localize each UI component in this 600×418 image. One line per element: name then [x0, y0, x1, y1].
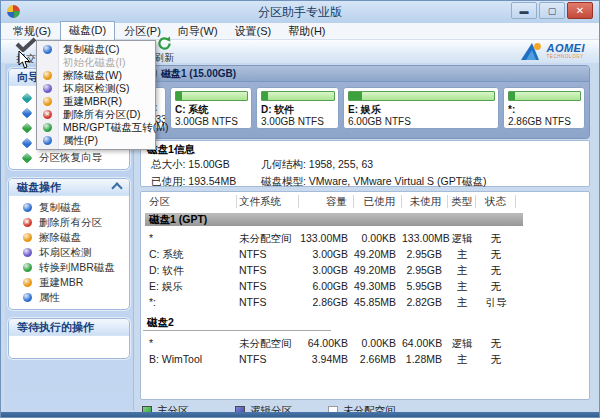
menu-item-rebuild-mbr[interactable]: 重建MBR(R) [37, 95, 155, 108]
usage-bar [508, 91, 581, 101]
properties-icon [19, 293, 35, 302]
table-row[interactable]: *: NTFS 2.86GB 45.85MB 2.82GB 主 引导 [141, 294, 589, 310]
window-bottom-edge [1, 412, 599, 417]
usage-bar [348, 91, 495, 101]
sidebar-item-wipe-disk[interactable]: 擦除磁盘 [9, 230, 129, 245]
bad-sector-check-icon [37, 84, 58, 93]
menu-disk[interactable]: 磁盘(D) [60, 21, 115, 41]
convert-to-mbr-icon [19, 263, 35, 272]
sidebar-item-copy-disk[interactable]: 复制磁盘 [9, 200, 129, 215]
wipe-disk-icon [37, 71, 58, 80]
disk-geometry: 几何结构: 1958, 255, 63 [261, 158, 589, 172]
partition-block-boot[interactable]: *: 2.86GB NTFS [503, 87, 585, 129]
menu-item-initialize-disk: 初始化磁盘(I) [37, 56, 155, 69]
sidebar-item-delete-all-partitions[interactable]: 删除所有分区 [9, 215, 129, 230]
menu-item-mbr-gpt-convert[interactable]: MBR/GPT磁盘互转(M) [37, 121, 155, 134]
sidebar-item-properties[interactable]: 属性 [9, 290, 129, 305]
table-row[interactable]: * 未分配空间 64.00KB 0.00KB 64.00KB 逻辑 无 [141, 335, 589, 351]
properties-icon [37, 136, 58, 145]
disk-menu-dropdown: 复制磁盘(C) 初始化磁盘(I) 擦除磁盘(W) 坏扇区检测(S) 重建MBR(… [36, 40, 156, 150]
disk1-panel: 磁盘1 (15.00GB) *: 133.00MB C: 系统 3.00GB N… [140, 65, 590, 139]
maximize-button[interactable]: ▢ [539, 2, 565, 19]
delete-all-partitions-icon [19, 218, 35, 227]
disk1-title: 磁盘1 (15.00GB) [161, 67, 236, 81]
collapse-icon[interactable] [111, 182, 122, 193]
sidebar-item-partition-recovery-wizard[interactable]: 分区恢复向导 [9, 150, 129, 165]
copy-disk-wizard-icon [19, 124, 35, 132]
menu-help[interactable]: 帮助(H) [280, 23, 333, 40]
table-row[interactable]: D: 软件 NTFS 3.00GB 49.20MB 2.95GB 主 无 [141, 262, 589, 278]
menubar: 常规(G) 磁盘(D) 分区(P) 向导(W) 设置(S) 帮助(H) [1, 23, 599, 40]
bad-sector-check-icon [19, 248, 35, 257]
disk1-info-title: 磁盘1信息 [141, 141, 589, 158]
divider [143, 330, 331, 331]
disk1-panel-header[interactable]: 磁盘1 (15.00GB) [141, 66, 589, 82]
mouse-cursor [18, 51, 31, 69]
copy-disk-icon [19, 203, 35, 212]
main-area: 磁盘1 (15.00GB) *: 133.00MB C: 系统 3.00GB N… [138, 63, 592, 412]
disk-used: 已使用: 193.54MB [151, 175, 261, 189]
aomei-logo: AOMEI TECHNOLOGY [519, 41, 585, 61]
menu-settings[interactable]: 设置(S) [227, 23, 280, 40]
pending-operations-header: 等待执行的操作 [9, 319, 129, 336]
minimize-button[interactable]: ▬ [511, 2, 537, 19]
close-button[interactable]: ✕ [567, 2, 593, 19]
table-row[interactable]: B: WimTool NTFS 3.94MB 2.66MB 1.28MB 主 无 [141, 351, 589, 367]
migrate-os-to-ssd-icon [19, 139, 35, 147]
pending-operations-title: 等待执行的操作 [17, 320, 94, 335]
disk-operations-title: 磁盘操作 [17, 180, 61, 195]
mbr-gpt-convert-icon [37, 123, 58, 132]
usage-bar [175, 91, 248, 101]
partition-block-d[interactable]: D: 软件 3.00GB NTFS [256, 87, 339, 129]
partition-block-c[interactable]: C: 系统 3.00GB NTFS [170, 87, 252, 129]
partition-table: 分区 文件系统 容量 已使用 未使用 类型 状态 磁盘1 (GPT) * 未分配… [140, 191, 590, 400]
app-window: 分区助手专业版 ▬ ▢ ✕ 常规(G) 磁盘(D) 分区(P) 向导(W) 设置… [0, 0, 600, 418]
table-row[interactable]: E: 娱乐 NTFS 6.00GB 49.30MB 5.95GB 主 无 [141, 278, 589, 294]
menu-item-properties[interactable]: 属性(P) [37, 134, 155, 147]
logo-title: AOMEI [546, 43, 585, 54]
table-row[interactable]: * 未分配空间 133.00MB 0.00KB 133.00MB 逻辑 无 [141, 230, 589, 246]
sidebar-item-rebuild-mbr[interactable]: 重建MBR [9, 275, 129, 290]
disk2-group-header[interactable]: 磁盘2 [145, 316, 589, 328]
disk-model: 磁盘模型: VMware, VMware Virtual S (GPT磁盘) [261, 175, 589, 189]
partition-blocks: *: 133.00MB C: 系统 3.00GB NTFS D: 软件 3.00… [141, 82, 589, 129]
menu-item-wipe-disk[interactable]: 擦除磁盘(W) [37, 69, 155, 82]
copy-partition-wizard-icon [19, 109, 35, 117]
rebuild-mbr-icon [19, 278, 35, 287]
sidebar-item-bad-sector-check[interactable]: 坏扇区检测 [9, 245, 129, 260]
menu-item-copy-disk[interactable]: 复制磁盘(C) [37, 43, 155, 56]
window-title: 分区助手专业版 [1, 4, 599, 21]
table-row[interactable]: C: 系统 NTFS 3.00GB 49.20MB 2.95GB 主 无 [141, 246, 589, 262]
menu-item-bad-sector-check[interactable]: 坏扇区检测(S) [37, 82, 155, 95]
wipe-disk-icon [19, 233, 35, 242]
delete-all-partitions-icon [37, 110, 58, 119]
extend-partition-wizard-icon [19, 94, 35, 102]
disk-total-size: 总大小: 15.00GB [151, 158, 261, 172]
logo-subtitle: TECHNOLOGY [546, 55, 585, 60]
aomei-logo-icon [519, 41, 543, 61]
usage-bar [261, 91, 335, 101]
disk-operations-panel: 磁盘操作 复制磁盘 删除所有分区 擦除磁盘 [8, 178, 130, 310]
menu-item-delete-all-partitions[interactable]: 删除所有分区(D) [37, 108, 155, 121]
refresh-icon [157, 36, 172, 51]
sidebar-item-convert-to-mbr[interactable]: 转换到MBR磁盘 [9, 260, 129, 275]
disk1-group-header[interactable]: 磁盘1 (GPT) [145, 213, 523, 226]
pending-operations-list [9, 336, 129, 358]
rebuild-mbr-icon [37, 97, 58, 106]
partition-recovery-wizard-icon [19, 154, 35, 162]
table-header: 分区 文件系统 容量 已使用 未使用 类型 状态 [141, 194, 589, 209]
copy-disk-icon [37, 45, 58, 54]
partition-block-e[interactable]: E: 娱乐 6.00GB NTFS [343, 87, 499, 129]
disk-operations-panel-header: 磁盘操作 [9, 179, 129, 196]
pending-operations-panel: 等待执行的操作 [8, 318, 130, 359]
disk1-info-panel: 磁盘1信息 总大小: 15.00GB 几何结构: 1958, 255, 63 已… [140, 140, 590, 187]
